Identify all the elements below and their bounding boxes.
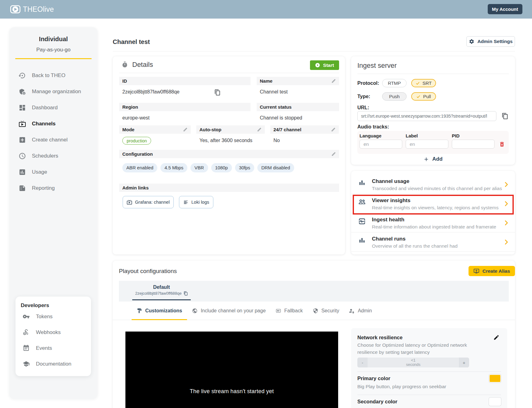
channel-usage-row[interactable]: Channel usage Transcoded and viewed minu…	[351, 175, 515, 194]
copy-icon[interactable]	[502, 113, 508, 119]
audio-tracks-label: Audio tracks:	[357, 124, 509, 130]
ingest-server-card: Ingest server Protocol: RTMP SRT Type: P…	[351, 56, 515, 165]
link-subtitle: Overview of all the runs the channel had	[372, 243, 458, 250]
sidebar-item-webhooks[interactable]: Webhooks	[15, 324, 91, 340]
shield-person-icon	[19, 88, 26, 95]
field-label-configuration: Configuration	[119, 150, 339, 158]
playout-configurations-card: Playout configurations Create Alias Defa…	[113, 261, 515, 408]
sidebar: Individual Pay-as-you-go Back to THEO Ma…	[9, 27, 98, 399]
protocol-rtmp-button[interactable]: RTMP	[382, 79, 407, 87]
link-title: Channel usage	[372, 178, 502, 185]
sidebar-item-label: Webhooks	[36, 329, 61, 336]
log-lines-icon	[183, 199, 189, 205]
tab-fallback[interactable]: Fallback	[271, 302, 308, 320]
sidebar-item-dashboard[interactable]: Dashboard	[9, 100, 98, 116]
chevron-right-icon	[503, 200, 510, 207]
edit-icon[interactable]	[331, 152, 336, 156]
alias-tab-strip: Default 2zejcol8bjtt87faw0ff688qe	[119, 281, 509, 302]
copy-icon[interactable]	[184, 291, 188, 296]
check-icon	[416, 94, 421, 99]
shield-icon	[313, 308, 318, 314]
pid-input[interactable]	[452, 140, 495, 149]
language-input[interactable]	[360, 140, 402, 149]
protocol-srt-button[interactable]: SRT	[411, 79, 436, 87]
field-label-id: ID	[119, 77, 251, 85]
tab-admin[interactable]: Admin	[344, 302, 377, 320]
page-title: Channel test	[113, 38, 150, 46]
stepper-plus-button[interactable]: +	[459, 358, 469, 367]
sidebar-item-manage-organization[interactable]: Manage organization	[9, 84, 98, 100]
sidebar-item-label: Channels	[32, 121, 56, 127]
sidebar-item-events[interactable]: Events	[15, 340, 91, 356]
playout-title: Playout configurations	[119, 268, 177, 275]
sidebar-item-reporting[interactable]: Reporting	[9, 180, 98, 196]
field-value-247: No	[270, 134, 339, 146]
channel-runs-row[interactable]: Channel runs Overview of all the runs th…	[351, 232, 515, 252]
delete-icon[interactable]	[499, 141, 505, 147]
channel-links-card: Channel usage Transcoded and viewed minu…	[351, 171, 515, 254]
theolive-logo[interactable]: THEOlive	[10, 5, 54, 14]
chevron-right-icon	[503, 219, 510, 227]
live-tv-icon	[19, 120, 26, 128]
person-gear-icon	[349, 308, 355, 314]
link-subtitle: Real-time information about ingested bit…	[372, 224, 496, 230]
link-title: Ingest health	[372, 216, 496, 223]
edit-icon[interactable]	[493, 334, 499, 341]
chevron-right-icon	[503, 238, 510, 246]
stopwatch-icon	[121, 61, 128, 68]
edit-icon[interactable]	[183, 127, 188, 132]
loki-logs-button[interactable]: Loki logs	[179, 196, 213, 208]
plus-icon	[424, 157, 429, 162]
url-input[interactable]	[357, 111, 496, 121]
sidebar-item-back-to-theo[interactable]: Back to THEO	[9, 67, 98, 84]
sidebar-item-schedulers[interactable]: Schedulers	[9, 148, 98, 164]
create-alias-button[interactable]: Create Alias	[469, 266, 515, 276]
edit-icon[interactable]	[331, 127, 336, 132]
player-message: The live stream hasn't started yet	[125, 388, 338, 395]
tab-security[interactable]: Security	[308, 302, 344, 320]
stepper-minus-button[interactable]: -	[357, 358, 368, 367]
edit-icon[interactable]	[331, 79, 336, 83]
brand-text: THEOlive	[23, 5, 54, 14]
protocol-label: Protocol:	[357, 80, 382, 86]
sidebar-item-channels[interactable]: Channels	[9, 116, 98, 132]
bar-chart-icon	[358, 179, 366, 187]
sidebar-item-documentation[interactable]: Documentation	[15, 356, 91, 372]
type-pull-button[interactable]: Pull	[411, 92, 436, 101]
start-button[interactable]: Start	[310, 60, 339, 70]
sidebar-item-label: Events	[36, 345, 52, 351]
sidebar-item-label: Schedulers	[32, 153, 58, 159]
add-track-button[interactable]: Add	[357, 156, 509, 162]
sidebar-item-tokens[interactable]: Tokens	[15, 309, 91, 324]
viewer-insights-row[interactable]: Viewer insights Real-time insights on vi…	[351, 194, 515, 213]
column-label: Label	[406, 133, 448, 138]
copy-icon[interactable]	[214, 89, 221, 96]
secondary-color-swatch[interactable]	[489, 397, 501, 406]
grafana-channel-button[interactable]: Grafana: channel	[123, 196, 174, 208]
label-input[interactable]	[406, 140, 448, 149]
field-value-region: europe-west	[119, 111, 251, 122]
field-label-mode: Mode	[119, 125, 191, 134]
details-title: Details	[132, 61, 153, 69]
edit-icon[interactable]	[257, 127, 262, 132]
sidebar-item-create-channel[interactable]: Create channel	[9, 132, 98, 148]
primary-color-swatch[interactable]	[489, 374, 501, 383]
my-account-button[interactable]: My Account	[488, 4, 522, 14]
type-push-button[interactable]: Push	[382, 92, 407, 101]
field-value-mode: production	[119, 134, 191, 146]
primary-color-description: Big Play button, play progress on seekba…	[357, 383, 478, 390]
link-title: Channel runs	[372, 236, 458, 242]
tab-include-channel[interactable]: Include channel on your page	[187, 302, 271, 320]
field-value-name: Channel test	[257, 85, 339, 99]
sidebar-item-usage[interactable]: Usage	[9, 164, 98, 180]
link-subtitle: Real-time insights on viewers, latency, …	[372, 204, 499, 211]
column-language: Language	[360, 133, 402, 138]
admin-settings-button[interactable]: Admin Settings	[466, 36, 515, 47]
field-label-247: 24/7 channel	[270, 125, 339, 134]
alias-tab-default[interactable]: Default 2zejcol8bjtt87faw0ff688qe	[132, 281, 191, 302]
video-player[interactable]: The live stream hasn't started yet	[125, 332, 338, 408]
dashboard-icon	[19, 104, 26, 111]
mode-chip: production	[122, 137, 151, 145]
tab-customizations[interactable]: Customizations	[132, 302, 187, 320]
ingest-health-row[interactable]: Ingest health Real-time information abou…	[351, 213, 515, 232]
